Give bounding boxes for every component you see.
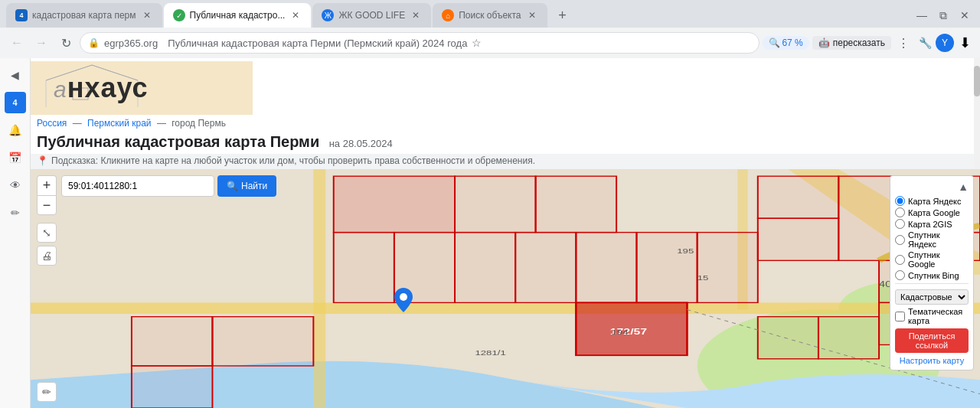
svg-rect-17 [515, 233, 576, 303]
sidebar-btn-1[interactable]: ◀ [5, 64, 26, 86]
svg-rect-32 [132, 366, 213, 408]
hint-row: 📍 Подсказка: Кликните на карте на любой … [31, 154, 980, 169]
search-icon: 🔍 [227, 181, 238, 191]
close-window-button[interactable]: ✕ [956, 6, 974, 24]
sidebar-btn-bell[interactable]: 🔔 [5, 119, 26, 141]
sidebar-btn-edit[interactable]: ✏ [5, 202, 26, 224]
legend-option-sat-yandex[interactable]: Спутник Яндекс [895, 230, 969, 249]
new-tab-button[interactable]: + [552, 5, 573, 26]
tab-3[interactable]: Ж ЖК GOOD LIFE ✕ [312, 3, 431, 28]
reload-button[interactable]: ↻ [55, 32, 77, 54]
map-search-bar: 🔍 Найти [61, 175, 276, 197]
breadcrumb-perm-krai[interactable]: Пермский край [87, 118, 152, 129]
tab2-favicon: ✓ [173, 9, 185, 21]
bookmark-button[interactable]: ☆ [472, 37, 482, 49]
map-tools: ⤡ 🖨 [37, 223, 57, 266]
address-bar[interactable]: 🔒 egrp365.org Публичная кадастровая карт… [80, 32, 760, 54]
map-container[interactable]: 172/57 [31, 169, 980, 408]
map-marker[interactable] [394, 288, 413, 315]
hint-text: Подсказка: Кликните на карте на любой уч… [51, 155, 535, 166]
measure-tool-button[interactable]: ⤡ [37, 223, 57, 243]
forward-button[interactable]: → [31, 32, 52, 54]
tab-bar-actions: — ⧉ ✕ [913, 6, 980, 28]
address-bar-row: ← → ↻ 🔒 egrp365.org Публичная кадастрова… [0, 28, 980, 58]
settings-map-link[interactable]: Настроить карту [895, 356, 969, 365]
svg-rect-27 [818, 317, 879, 359]
svg-rect-30 [132, 317, 213, 366]
draw-tool-area: ✏ [37, 382, 57, 402]
svg-text:1281/1: 1281/1 [475, 349, 505, 357]
tab1-close[interactable]: ✕ [141, 9, 153, 21]
hint-icon: 📍 [37, 155, 48, 166]
legend-option-google[interactable]: Карта Google [895, 207, 969, 217]
reskazat-icon: 🤖 [818, 38, 830, 48]
svg-rect-16 [455, 233, 515, 303]
tab-2[interactable]: ✓ Публичная кадастро... ✕ [164, 3, 312, 28]
zoom-out-button[interactable]: − [37, 195, 57, 215]
breadcrumb-arrow-2: — [157, 118, 168, 129]
map-legend-panel: ▲ Карта Яндекс Карта Google Карта 2GIS [890, 175, 974, 370]
browser-frame: 4 кадастровая карта перм ✕ ✓ Публичная к… [0, 0, 980, 408]
radio-sat-yandex[interactable] [895, 235, 905, 245]
radio-yandex-label: Карта Яндекс [908, 197, 961, 206]
svg-rect-14 [334, 233, 394, 303]
svg-rect-18 [576, 233, 636, 303]
thematic-map-checkbox[interactable] [895, 312, 905, 322]
print-button[interactable]: 🖨 [37, 246, 57, 266]
minimize-button[interactable]: — [913, 6, 931, 24]
extension-icons: 🔧 Y ⬇ [916, 34, 974, 52]
legend-header: ▲ [895, 181, 969, 193]
sidebar-btn-calendar[interactable]: 📅 [5, 147, 26, 168]
svg-rect-11 [536, 176, 617, 232]
scrollbar-thumb[interactable] [974, 66, 980, 96]
ext-icon-2[interactable]: ⬇ [956, 34, 974, 52]
tab4-close[interactable]: ✕ [526, 9, 538, 21]
sidebar-btn-num[interactable]: 4 [5, 92, 26, 113]
legend-collapse-button[interactable]: ▲ [958, 181, 969, 193]
lock-icon: 🔒 [88, 38, 100, 48]
sidebar-btn-eye[interactable]: 👁 [5, 175, 26, 196]
svg-rect-20 [697, 233, 758, 303]
svg-rect-26 [758, 317, 818, 359]
svg-rect-7 [313, 169, 325, 408]
cadastre-boundary-select[interactable]: Кадастровые границы [895, 289, 969, 305]
radio-yandex-map[interactable] [895, 196, 905, 206]
radio-google-map[interactable] [895, 207, 905, 217]
legend-option-2gis[interactable]: Карта 2GIS [895, 219, 969, 229]
reskazat-button[interactable]: 🤖 пересказать [812, 36, 891, 50]
svg-text:195: 195 [677, 247, 694, 255]
zoom-badge: 🔍 67 % [763, 36, 808, 50]
radio-sat-bing[interactable] [895, 270, 905, 280]
svg-rect-10 [455, 176, 536, 232]
tab-1[interactable]: 4 кадастровая карта перм ✕ [6, 3, 162, 28]
zoom-in-button[interactable]: + [37, 175, 57, 195]
page-date: на 28.05.2024 [329, 138, 393, 149]
tab-4[interactable]: ⌂ Поиск объекта ✕ [433, 3, 547, 28]
legend-option-sat-google[interactable]: Спутник Google [895, 250, 969, 269]
legend-option-sat-bing[interactable]: Спутник Bing [895, 270, 969, 280]
radio-2gis-map[interactable] [895, 219, 905, 229]
svg-rect-6 [31, 302, 980, 314]
tab2-close[interactable]: ✕ [289, 9, 302, 21]
radio-sat-google[interactable] [895, 255, 905, 265]
zoom-icon: 🔍 [769, 38, 780, 48]
tab3-close[interactable]: ✕ [410, 9, 422, 21]
back-button[interactable]: ← [6, 32, 28, 54]
maximize-button[interactable]: ⧉ [934, 6, 952, 24]
more-options-button[interactable]: ⋮ [894, 34, 913, 52]
tab3-favicon: Ж [322, 9, 334, 21]
svg-text:15: 15 [697, 274, 709, 282]
radio-sat-yandex-label: Спутник Яндекс [908, 230, 969, 249]
share-link-button[interactable]: Поделиться ссылкой [895, 328, 969, 353]
svg-rect-22 [758, 218, 839, 260]
breadcrumb-russia[interactable]: Россия [37, 118, 67, 129]
pencil-tool-button[interactable]: ✏ [37, 382, 57, 402]
search-btn-label: Найти [241, 181, 267, 191]
profile-icon[interactable]: Y [936, 34, 954, 52]
left-browser-sidebar: ◀ 4 🔔 📅 👁 ✏ [0, 58, 31, 408]
ext-icon-1[interactable]: 🔧 [916, 34, 934, 52]
page-title-url: Публичная кадастровая карта Перми (Пермс… [168, 38, 467, 49]
legend-option-yandex[interactable]: Карта Яндекс [895, 196, 969, 206]
map-search-input[interactable] [61, 175, 214, 197]
map-search-button[interactable]: 🔍 Найти [217, 175, 276, 197]
